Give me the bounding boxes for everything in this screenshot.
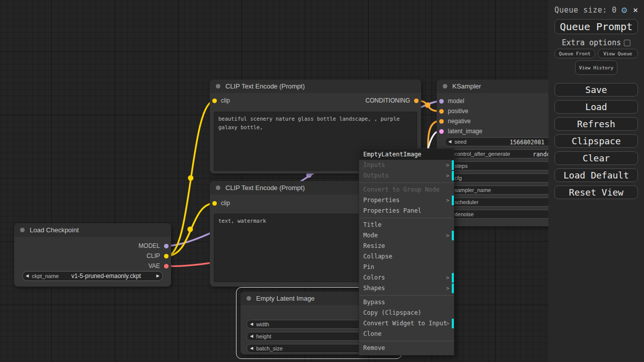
slot-dot-icon[interactable] (212, 201, 217, 206)
slot-dot-icon[interactable] (164, 244, 169, 248)
extra-options-label: Extra options (562, 38, 621, 47)
widget-label: batch_size (256, 345, 283, 351)
menu-item-properties[interactable]: Properties > (359, 195, 454, 206)
graph-canvas[interactable]: CLIP Text Encode (Prompt) clip CONDITION… (0, 0, 644, 362)
collapse-dot-icon[interactable] (247, 296, 251, 301)
node-ksampler[interactable]: KSampler model positive negative latent_… (437, 79, 557, 226)
left-arrow-icon[interactable]: ◀ (26, 274, 29, 278)
submenu-accent-bar (452, 273, 454, 283)
node-title-bar[interactable]: Load Checkpoint (14, 223, 171, 237)
output-slot-model[interactable]: MODEL (138, 241, 169, 250)
widget-seed[interactable]: ◀ seed 1566802081 (445, 137, 551, 146)
slot-label: model (448, 98, 464, 105)
collapse-dot-icon[interactable] (216, 84, 220, 88)
input-slot-clip[interactable]: clip (212, 96, 230, 105)
widget-cfg[interactable]: ◀ cfg (445, 173, 551, 183)
left-arrow-icon[interactable]: ◀ (250, 346, 253, 350)
widget-label: height (256, 333, 271, 339)
view-queue-button[interactable]: View Queue (598, 49, 638, 58)
slot-dot-icon[interactable] (439, 129, 444, 134)
submenu-arrow-icon: > (446, 170, 449, 181)
submenu-accent-bar (452, 319, 454, 328)
submenu-arrow-icon: > (446, 195, 449, 206)
left-arrow-icon[interactable]: ◀ (448, 140, 451, 144)
menu-item-bypass[interactable]: Bypass (359, 297, 454, 308)
view-history-button[interactable]: View History (575, 60, 617, 75)
node-title: KSampler (452, 82, 481, 90)
slot-dot-icon[interactable] (439, 109, 444, 114)
reset-view-button[interactable]: Reset View (554, 186, 638, 199)
node-title-bar[interactable]: CLIP Text Encode (Prompt) (210, 79, 421, 93)
menu-item-convert-widget-to-input[interactable]: Convert Widget to Input > (359, 318, 454, 329)
widget-label: sampler_name (454, 187, 491, 193)
input-slot-positive[interactable]: positive (439, 107, 468, 116)
widget-scheduler[interactable]: ◀ scheduler (445, 198, 551, 207)
menu-item-title[interactable]: Title (359, 220, 454, 230)
menu-item-pin[interactable]: Pin (359, 262, 454, 273)
extra-options-checkbox[interactable] (624, 40, 630, 46)
output-slot-clip[interactable]: CLIP (146, 251, 169, 260)
menu-item-mode[interactable]: Mode > (359, 230, 454, 241)
menu-item-resize[interactable]: Resize (359, 241, 454, 251)
input-slot-model[interactable]: model (439, 97, 464, 106)
wire-dot-cond (425, 103, 431, 108)
slot-label: CLIP (146, 252, 160, 259)
context-menu-title: EmptyLatentImage (359, 149, 454, 160)
collapse-dot-icon[interactable] (443, 84, 447, 88)
load-button[interactable]: Load (554, 100, 638, 114)
clear-button[interactable]: Clear (554, 151, 638, 165)
widget-steps[interactable]: ◀ steps (445, 161, 551, 170)
slot-dot-icon[interactable] (164, 254, 169, 258)
collapse-dot-icon[interactable] (20, 228, 25, 232)
widget-label: seed (454, 139, 466, 145)
settings-gear-icon[interactable]: ⚙ (621, 5, 627, 15)
context-menu: EmptyLatentImage Inputs > Outputs > Conv… (359, 148, 454, 355)
slot-label: latent_image (448, 128, 482, 135)
slot-dot-icon[interactable] (414, 99, 419, 103)
node-title: CLIP Text Encode (Prompt) (225, 184, 305, 192)
menu-item-collapse[interactable]: Collapse (359, 251, 454, 262)
refresh-button[interactable]: Refresh (554, 117, 638, 131)
slot-dot-icon[interactable] (164, 264, 169, 268)
menu-item-properties-panel[interactable]: Properties Panel (359, 206, 454, 216)
input-slot-latent-image[interactable]: latent_image (439, 127, 482, 136)
widget-denoise[interactable]: ◀ denoise (445, 210, 551, 219)
input-slot-negative[interactable]: negative (439, 117, 470, 126)
menu-item-clone[interactable]: Clone (359, 329, 454, 339)
output-slot-conditioning[interactable]: CONDITIONING (365, 96, 419, 105)
menu-item-remove[interactable]: Remove (359, 343, 454, 353)
node-title-bar[interactable]: KSampler (437, 79, 557, 93)
widget-ckpt-name[interactable]: ◀ ckpt_name v1-5-pruned-emaonly.ckpt ▶ (22, 271, 163, 281)
right-arrow-icon[interactable]: ▶ (156, 274, 159, 278)
output-slot-vae[interactable]: VAE (148, 261, 169, 270)
menu-item-inputs: Inputs > (359, 160, 454, 170)
wire-clip-to-clip2 (167, 203, 215, 256)
slot-dot-icon[interactable] (439, 119, 444, 124)
collapse-dot-icon[interactable] (216, 186, 220, 190)
left-arrow-icon[interactable]: ◀ (250, 322, 253, 326)
clipspace-button[interactable]: Clipspace (554, 134, 638, 148)
close-icon[interactable]: ✕ (633, 6, 638, 14)
widget-label: steps (454, 163, 467, 169)
slot-label: CONDITIONING (365, 97, 410, 104)
submenu-arrow-icon: > (446, 230, 449, 241)
submenu-accent-bar (452, 231, 454, 240)
menu-item-copy-clipspace[interactable]: Copy (Clipspace) (359, 308, 454, 318)
left-arrow-icon[interactable]: ◀ (250, 334, 253, 338)
save-button[interactable]: Save (554, 83, 638, 97)
submenu-accent-bar (452, 284, 454, 293)
queue-front-button[interactable]: Queue Front (554, 49, 595, 58)
load-default-button[interactable]: Load Default (554, 168, 638, 182)
comfy-menu-panel: Queue size: 0 ⚙ ✕ Queue Prompt Extra opt… (548, 0, 644, 362)
queue-prompt-button[interactable]: Queue Prompt (554, 19, 638, 34)
submenu-arrow-icon: > (446, 160, 449, 170)
slot-dot-icon[interactable] (212, 99, 217, 103)
submenu-arrow-icon: > (446, 283, 449, 294)
widget-sampler-name[interactable]: ◀ sampler_name (445, 186, 551, 195)
menu-item-colors[interactable]: Colors > (359, 273, 454, 283)
slot-dot-icon[interactable] (439, 99, 444, 104)
menu-item-shapes[interactable]: Shapes > (359, 283, 454, 294)
node-load-checkpoint[interactable]: Load Checkpoint MODEL CLIP VAE ◀ ckpt_na… (14, 223, 171, 287)
input-slot-clip[interactable]: clip (212, 199, 230, 208)
widget-control-after-generate[interactable]: ◀ control_after_generate randomize (445, 149, 551, 158)
